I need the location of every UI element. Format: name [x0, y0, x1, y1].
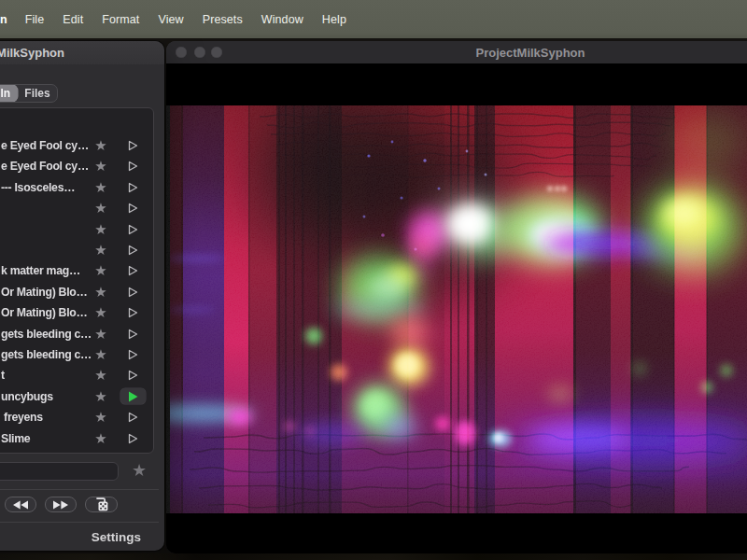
preset-row[interactable]: uncybugs★: [0, 386, 153, 407]
preset-row[interactable]: ★: [0, 198, 153, 218]
play-button[interactable]: [120, 201, 146, 217]
preset-row[interactable]: gets bleeding c…★: [0, 324, 153, 344]
preset-browser-window: ProjectMilkSyphon Built-InFiles e Eyed F…: [0, 41, 164, 551]
menu-item-file[interactable]: File: [16, 13, 54, 26]
star-icon[interactable]: ★: [92, 198, 109, 218]
left-window-titlebar[interactable]: ProjectMilkSyphon: [0, 41, 164, 64]
play-icon: [128, 245, 138, 256]
preset-row[interactable]: Or Mating) Blo…★: [0, 302, 153, 323]
favorite-filter-star-icon[interactable]: ★: [130, 460, 148, 481]
star-icon[interactable]: ★: [92, 260, 109, 281]
star-icon[interactable]: ★: [92, 240, 109, 260]
star-icon[interactable]: ★: [92, 344, 109, 365]
preset-row[interactable]: Slime★: [0, 428, 153, 449]
preset-row[interactable]: gets bleeding c…★: [0, 344, 153, 365]
menu-item-view[interactable]: View: [148, 13, 192, 26]
star-icon[interactable]: ★: [92, 386, 109, 407]
star-icon[interactable]: ★: [92, 282, 109, 302]
star-icon[interactable]: ★: [92, 407, 109, 427]
play-button[interactable]: [120, 368, 146, 384]
preset-name: Slime: [1, 428, 92, 449]
preset-row[interactable]: k matter mag…★: [0, 260, 153, 281]
play-button[interactable]: [120, 138, 146, 154]
preset-name: Or Mating) Blo…: [1, 282, 92, 302]
rewind-icon: [12, 500, 29, 510]
star-icon[interactable]: ★: [92, 428, 109, 449]
preset-name: freyens: [1, 407, 92, 427]
preset-row[interactable]: --- Isosceles…★: [0, 177, 153, 198]
play-icon: [128, 140, 138, 151]
play-button[interactable]: [120, 263, 146, 279]
play-button[interactable]: [120, 221, 146, 237]
play-icon: [128, 391, 138, 402]
tab-files[interactable]: Files: [18, 85, 57, 102]
tab-built-in[interactable]: Built-In: [0, 85, 18, 102]
preset-row[interactable]: freyens★: [0, 407, 153, 427]
preset-name: t: [1, 365, 92, 385]
random-preset-button[interactable]: [85, 497, 118, 512]
star-icon[interactable]: ★: [92, 302, 109, 323]
preset-row[interactable]: ★: [0, 219, 153, 240]
menu-item-format[interactable]: Format: [92, 13, 148, 26]
play-icon: [128, 307, 138, 318]
main-window-titlebar[interactable]: ProjectMilkSyphon: [166, 41, 747, 63]
play-icon: [128, 224, 138, 235]
play-button[interactable]: [120, 410, 146, 426]
preset-name: [1, 198, 92, 218]
preset-name: gets bleeding c…: [1, 324, 92, 344]
preset-name: Or Mating) Blo…: [1, 302, 92, 323]
menu-item-edit[interactable]: Edit: [53, 13, 92, 26]
preset-row[interactable]: e Eyed Fool cy…★: [0, 156, 153, 176]
preset-row[interactable]: Or Mating) Blo…★: [0, 282, 153, 302]
menu-item-presets[interactable]: Presets: [193, 13, 252, 26]
star-icon[interactable]: ★: [92, 135, 109, 156]
play-button[interactable]: [120, 347, 146, 363]
zoom-button[interactable]: [211, 47, 222, 58]
play-icon: [128, 433, 138, 444]
preset-source-tabs: Built-InFiles: [0, 84, 58, 103]
star-icon[interactable]: ★: [92, 365, 109, 385]
menu-bar: nFileEditFormatViewPresetsWindowHelp: [0, 0, 747, 38]
preset-name: gets bleeding c…: [1, 344, 92, 365]
preset-row[interactable]: ★: [0, 240, 153, 260]
minimize-button[interactable]: [194, 47, 205, 58]
play-button[interactable]: [120, 159, 146, 175]
play-button[interactable]: [120, 430, 146, 446]
play-button[interactable]: [120, 284, 146, 300]
star-icon[interactable]: ★: [92, 177, 109, 198]
menu-app-name[interactable]: n: [0, 13, 16, 26]
play-button[interactable]: [120, 179, 146, 195]
next-preset-button[interactable]: [45, 497, 77, 512]
preset-name: uncybugs: [1, 386, 92, 407]
search-input[interactable]: [0, 462, 119, 481]
play-icon: [128, 370, 138, 381]
star-icon[interactable]: ★: [92, 324, 109, 344]
star-icon[interactable]: ★: [92, 156, 109, 176]
menu-item-help[interactable]: Help: [313, 13, 356, 26]
left-window-title: ProjectMilkSyphon: [0, 46, 64, 60]
play-icon: [128, 329, 138, 340]
settings-button[interactable]: Settings: [92, 530, 141, 544]
play-icon: [128, 287, 138, 298]
preset-name: [1, 219, 92, 240]
preset-row[interactable]: e Eyed Fool cy…★: [0, 135, 153, 156]
play-icon: [128, 182, 138, 193]
play-button[interactable]: [120, 305, 146, 321]
close-button[interactable]: [176, 47, 187, 58]
preset-name: --- Isosceles…: [1, 177, 92, 198]
play-button[interactable]: [120, 243, 146, 259]
play-icon: [128, 203, 138, 214]
play-button[interactable]: [120, 326, 146, 342]
star-icon[interactable]: ★: [92, 219, 109, 240]
fast-forward-icon: [52, 500, 69, 510]
playing-indicator-button[interactable]: [120, 388, 146, 404]
dice-icon: [94, 497, 108, 511]
play-icon: [128, 265, 138, 276]
preset-name: k matter mag…: [1, 260, 92, 281]
desktop-background: [0, 553, 747, 560]
menu-item-window[interactable]: Window: [252, 13, 313, 26]
preset-row[interactable]: t★: [0, 365, 153, 385]
preset-name: e Eyed Fool cy…: [1, 156, 92, 176]
milkdrop-visualization[interactable]: [166, 63, 747, 553]
previous-preset-button[interactable]: [5, 497, 36, 512]
